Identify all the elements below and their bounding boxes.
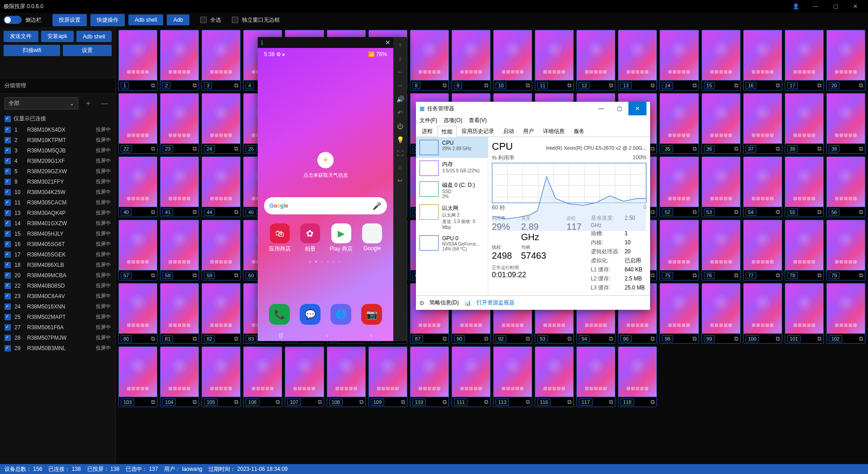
device-list[interactable]: 1R38M10KS4DX投屏中2R38M10KTPMT投屏中3R38M10M5Q… — [0, 124, 115, 464]
dock-camera-icon[interactable]: 📷 — [361, 304, 382, 325]
taskmgr-close[interactable]: ✕ — [628, 102, 646, 115]
device-row[interactable]: 17R38M405SGEK投屏中 — [0, 249, 115, 260]
taskmgr-tab[interactable]: 进程 — [418, 125, 437, 137]
popout-icon[interactable]: ⧉ — [359, 398, 363, 406]
device-card[interactable]: 10⧉ — [493, 30, 532, 90]
popout-icon[interactable]: ⧉ — [734, 209, 738, 216]
resource-item-disk[interactable]: 磁盘 0 (C: D:)SSD2% — [416, 179, 488, 202]
weather-add-icon[interactable]: + — [317, 152, 334, 168]
menu-file[interactable]: 文件(F) — [420, 117, 437, 124]
device-card[interactable]: 98⧉ — [660, 283, 698, 344]
popout-icon[interactable]: ⧉ — [193, 209, 197, 216]
device-card[interactable]: 78⧉ — [785, 220, 824, 280]
popout-icon[interactable]: ⧉ — [776, 272, 780, 279]
adb-shell-sidebar-button[interactable]: Adb shell — [76, 31, 112, 42]
device-row[interactable]: 3R38M10M5QJB投屏中 — [0, 145, 115, 156]
device-row[interactable]: 13R38M30AQK4P投屏中 — [0, 208, 115, 218]
device-card[interactable]: 79⧉ — [826, 220, 865, 280]
device-card[interactable]: 44⧉ — [202, 156, 241, 217]
popout-icon[interactable]: ⧉ — [151, 272, 155, 279]
device-card[interactable]: 59⧉ — [202, 220, 241, 280]
resource-item-cpu[interactable]: CPU29% 2.89 GHz — [416, 137, 488, 158]
device-row[interactable]: 5R38M209GZXW投屏中 — [0, 166, 115, 176]
device-card[interactable]: 57⧉ — [118, 220, 157, 280]
device-checkbox[interactable] — [5, 189, 11, 195]
popout-icon[interactable]: ⧉ — [484, 398, 488, 406]
menu-view[interactable]: 查看(V) — [469, 117, 487, 124]
device-card[interactable]: 37⧉ — [743, 93, 782, 154]
device-checkbox[interactable] — [5, 324, 11, 331]
user-icon[interactable]: 👤 — [787, 0, 805, 13]
phone-mirror-window[interactable]: 1 ✕ 5:38 ⚙ ▸ 📶 76% + 点击来获取天气信息 Google 🎤 … — [258, 37, 407, 341]
device-card[interactable]: 102⧉ — [826, 283, 865, 344]
arrow-right-icon[interactable]: → — [395, 81, 405, 90]
popout-icon[interactable]: ⧉ — [443, 398, 447, 406]
device-row[interactable]: 22R38M40B08SD投屏中 — [0, 280, 115, 291]
power-icon[interactable]: ⏻ — [395, 121, 405, 131]
device-row[interactable]: 18R38M4086XLB投屏中 — [0, 260, 115, 270]
resource-item-mem[interactable]: 内存3.5/15.9 GB (22%) — [416, 158, 488, 179]
popout-icon[interactable]: ⧉ — [693, 272, 697, 279]
dock-messages-icon[interactable]: 💬 — [300, 304, 321, 325]
device-row[interactable]: 28R38M507PMJW投屏中 — [0, 332, 115, 343]
device-checkbox[interactable] — [5, 179, 11, 185]
popout-icon[interactable]: ⧉ — [443, 335, 447, 342]
taskmgr-resource-list[interactable]: CPU29% 2.89 GHz内存3.5/15.9 GB (22%)磁盘 0 (… — [416, 137, 488, 295]
nav-recents[interactable]: ||| — [279, 332, 283, 338]
device-row[interactable]: 16R38M405SG6T投屏中 — [0, 239, 115, 249]
device-card[interactable]: 58⧉ — [160, 220, 199, 280]
popout-icon[interactable]: ⧉ — [651, 209, 655, 216]
device-row[interactable]: 20R38M409MCBA投屏中 — [0, 270, 115, 280]
popout-icon[interactable]: ⧉ — [318, 398, 322, 406]
device-card[interactable]: 103⧉ — [118, 346, 157, 407]
borderless-window-checkbox[interactable] — [232, 17, 238, 23]
adb-button[interactable]: Adb — [167, 14, 189, 25]
device-card[interactable]: 22⧉ — [118, 93, 157, 154]
popout-icon[interactable]: ⧉ — [817, 272, 821, 279]
taskmgr-tab[interactable]: 性能 — [438, 126, 457, 137]
device-checkbox[interactable] — [5, 137, 11, 143]
task-manager-window[interactable]: ▦ 任务管理器 — ▢ ✕ 文件(F) 选项(O) 查看(V) 进程性能应用历史… — [416, 102, 650, 310]
device-card[interactable]: 1⧉ — [118, 30, 157, 90]
device-card[interactable]: 2⧉ — [160, 30, 199, 90]
device-row[interactable]: 9R38M3021FFY投屏中 — [0, 176, 115, 187]
taskmgr-tab[interactable]: 应用历史记录 — [458, 125, 498, 137]
popout-icon[interactable]: ⧉ — [151, 145, 155, 152]
device-card[interactable]: 40⧉ — [118, 156, 157, 217]
popout-icon[interactable]: ⧉ — [651, 145, 655, 152]
device-checkbox[interactable] — [5, 283, 11, 289]
popout-icon[interactable]: ⧉ — [859, 209, 863, 216]
device-card[interactable]: 100⧉ — [743, 283, 782, 344]
popout-icon[interactable]: ⧉ — [734, 272, 738, 279]
phone-close-button[interactable]: ✕ — [385, 39, 391, 46]
taskmgr-tab[interactable]: 详细信息 — [539, 125, 569, 137]
popout-icon[interactable]: ⧉ — [567, 335, 571, 342]
device-card[interactable]: 109⧉ — [368, 346, 407, 407]
device-card[interactable]: 108⧉ — [327, 346, 366, 407]
install-apk-button[interactable]: 安装apk — [41, 31, 74, 42]
popout-icon[interactable]: ⧉ — [776, 335, 780, 342]
return-icon[interactable]: ↩ — [395, 175, 405, 185]
sidebar-toggle[interactable] — [4, 16, 22, 24]
popout-icon[interactable]: ⧉ — [526, 398, 530, 406]
device-card[interactable]: 110⧉ — [410, 346, 449, 407]
device-card[interactable]: 8⧉ — [410, 30, 449, 90]
popout-icon[interactable]: ⧉ — [817, 209, 821, 216]
expand-icon[interactable]: ⛶ — [395, 148, 405, 158]
collapse-icon[interactable]: ⊙ — [420, 300, 424, 306]
device-checkbox[interactable] — [5, 241, 11, 247]
popout-icon[interactable]: ⧉ — [567, 398, 571, 406]
settings-button[interactable]: 设置 — [63, 45, 112, 56]
popout-icon[interactable]: ⧉ — [693, 82, 697, 89]
phone-screen[interactable]: 5:38 ⚙ ▸ 📶 76% + 点击来获取天气信息 Google 🎤 🛍应用商… — [258, 48, 393, 341]
device-row[interactable]: 25R38M502MAPT投屏中 — [0, 312, 115, 322]
device-card[interactable]: 9⧉ — [452, 30, 491, 90]
device-row[interactable]: 29R38M50B3MNL投屏中 — [0, 343, 115, 353]
popout-icon[interactable]: ⧉ — [734, 145, 738, 152]
popout-icon[interactable]: ⧉ — [651, 398, 655, 406]
popout-icon[interactable]: ⧉ — [609, 398, 613, 406]
taskmgr-maximize[interactable]: ▢ — [610, 102, 628, 115]
popout-icon[interactable]: ⧉ — [234, 272, 238, 279]
remove-group-button[interactable]: — — [98, 99, 111, 109]
device-row[interactable]: 27R38M5061F6A投屏中 — [0, 322, 115, 332]
